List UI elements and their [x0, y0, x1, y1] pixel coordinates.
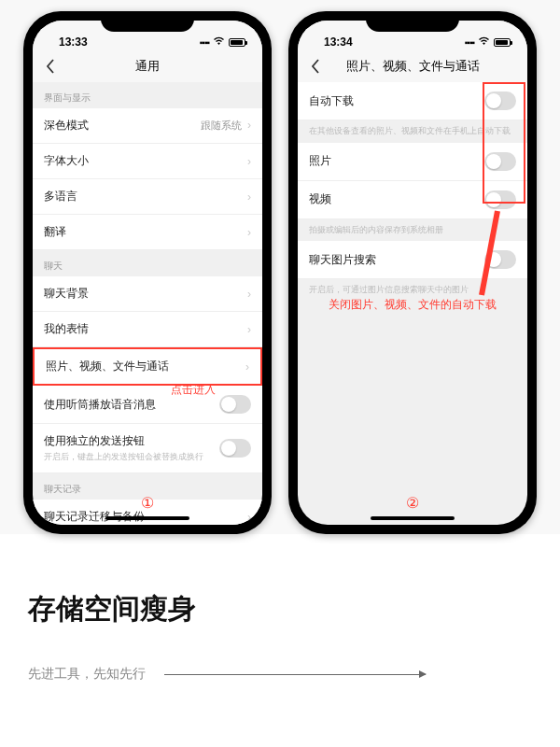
notch — [366, 11, 459, 32]
chevron-right-icon: › — [247, 155, 251, 168]
chevron-right-icon: › — [247, 511, 251, 524]
back-button[interactable] — [42, 58, 59, 75]
row-multilang[interactable]: 多语言 › — [33, 179, 262, 215]
settings-content[interactable]: 界面与显示 深色模式 跟随系统› 字体大小 › 多语言 › 翻译 › 聊天 — [33, 82, 262, 525]
page-title: 通用 — [33, 58, 262, 75]
page-title: 照片、视频、文件与通话 — [298, 58, 527, 75]
row-label: 翻译 — [44, 224, 66, 240]
signal-icon: ▪▪▪▪ — [200, 37, 209, 48]
chevron-right-icon: › — [247, 323, 251, 336]
step-number-1: ① — [141, 494, 154, 512]
row-label: 照片 — [309, 153, 331, 169]
toggle-earpiece[interactable] — [219, 395, 251, 414]
screen-1: 13:33 ▪▪▪▪ 通用 界面与显示 深色模式 — [33, 21, 262, 525]
row-translate[interactable]: 翻译 › — [33, 215, 262, 250]
section-header-display: 界面与显示 — [33, 82, 262, 108]
wifi-icon — [478, 35, 490, 49]
row-chat-background[interactable]: 聊天背景 › — [33, 276, 262, 312]
hint-videos: 拍摄或编辑后的内容保存到系统相册 — [298, 219, 527, 242]
home-indicator[interactable] — [371, 516, 455, 520]
row-label: 照片、视频、文件与通话 — [46, 359, 169, 374]
chevron-right-icon: › — [247, 226, 251, 239]
battery-icon — [494, 38, 511, 47]
row-label: 使用独立的发送按钮 — [44, 433, 203, 449]
nav-header: 通用 — [33, 50, 262, 82]
long-arrow-icon — [164, 674, 426, 675]
back-button[interactable] — [307, 58, 324, 75]
chevron-right-icon: › — [247, 288, 251, 301]
row-label: 我的表情 — [44, 321, 89, 337]
toggle-videos[interactable] — [484, 190, 516, 209]
notch — [101, 11, 194, 32]
row-label: 深色模式 — [44, 118, 89, 134]
battery-icon — [229, 38, 245, 47]
article-subtitle: 先进工具，先知先行 — [28, 666, 146, 683]
chevron-right-icon: › — [247, 119, 251, 132]
home-indicator[interactable] — [105, 516, 189, 520]
row-image-search[interactable]: 聊天图片搜索 — [298, 241, 527, 279]
row-sublabel: 开启后，键盘上的发送按钮会被替换成换行 — [44, 451, 203, 463]
article-title: 存储空间瘦身 — [28, 590, 532, 628]
step-number-2: ② — [406, 494, 419, 512]
status-time: 13:34 — [324, 35, 353, 49]
toggle-send-button[interactable] — [219, 439, 251, 458]
row-my-stickers[interactable]: 我的表情 › — [33, 312, 262, 347]
article-subtitle-row: 先进工具，先知先行 — [28, 666, 532, 683]
chevron-right-icon: › — [245, 360, 249, 374]
row-label: 自动下载 — [309, 93, 354, 109]
screen-2: 13:34 ▪▪▪▪ 照片、视频、文件与通话 自动下载 — [298, 21, 527, 525]
row-label: 视频 — [309, 191, 331, 207]
phone-frame-2: 13:34 ▪▪▪▪ 照片、视频、文件与通话 自动下载 — [288, 11, 537, 534]
settings-content[interactable]: 自动下载 在其他设备查看的照片、视频和文件在手机上自动下载 照片 视频 拍摄或编… — [298, 82, 527, 525]
row-label: 多语言 — [44, 189, 77, 204]
hint-auto-download: 在其他设备查看的照片、视频和文件在手机上自动下载 — [298, 120, 527, 143]
row-media-files-calls[interactable]: 照片、视频、文件与通话 › — [33, 347, 262, 386]
annotation-click-enter: 点击进入 — [171, 382, 216, 398]
toggle-image-search[interactable] — [484, 250, 516, 269]
row-label: 使用听筒播放语音消息 — [44, 397, 156, 413]
row-font-size[interactable]: 字体大小 › — [33, 144, 262, 179]
signal-icon: ▪▪▪▪ — [465, 37, 474, 48]
row-auto-download[interactable]: 自动下载 — [298, 82, 527, 120]
row-label: 字体大小 — [44, 153, 89, 169]
article-section: 存储空间瘦身 先进工具，先知先行 — [0, 534, 560, 701]
phone-frame-1: 13:33 ▪▪▪▪ 通用 界面与显示 深色模式 — [23, 11, 272, 534]
toggle-photos[interactable] — [484, 152, 516, 171]
row-dark-mode[interactable]: 深色模式 跟随系统› — [33, 108, 262, 144]
status-icons: ▪▪▪▪ — [200, 35, 245, 49]
annotation-turn-off: 关闭图片、视频、文件的自动下载 — [311, 297, 514, 313]
row-label: 聊天图片搜索 — [309, 252, 376, 268]
section-header-chat: 聊天 — [33, 250, 262, 276]
wifi-icon — [213, 35, 225, 49]
status-time: 13:33 — [59, 35, 88, 49]
row-send-button-toggle[interactable]: 使用独立的发送按钮 开启后，键盘上的发送按钮会被替换成换行 — [33, 424, 262, 473]
nav-header: 照片、视频、文件与通话 — [298, 50, 527, 82]
row-photos[interactable]: 照片 — [298, 143, 527, 181]
row-videos[interactable]: 视频 — [298, 181, 527, 219]
row-earpiece-toggle[interactable]: 使用听筒播放语音消息 点击进入 — [33, 386, 262, 424]
chevron-right-icon: › — [247, 190, 251, 204]
row-value: 跟随系统 — [201, 120, 242, 131]
status-icons: ▪▪▪▪ — [465, 35, 511, 49]
toggle-auto-download[interactable] — [484, 92, 516, 110]
row-label: 聊天背景 — [44, 286, 89, 302]
